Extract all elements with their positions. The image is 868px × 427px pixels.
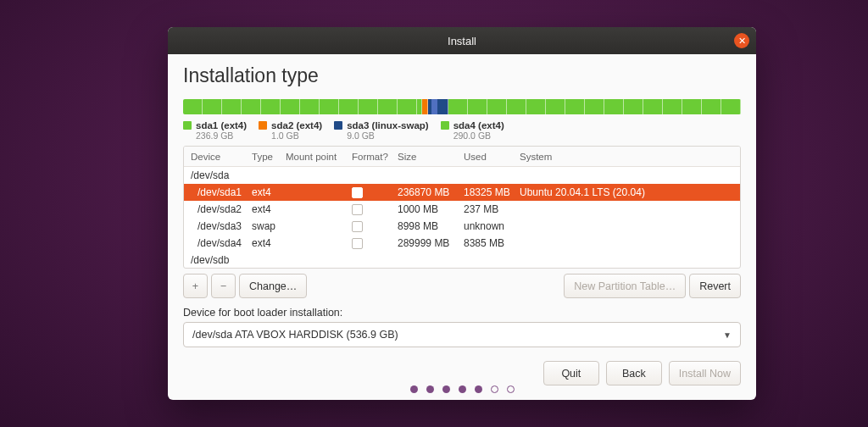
table-body: /dev/sda/dev/sda1ext4236870 MB18325 MBUb… xyxy=(184,167,740,268)
col-mount[interactable]: Mount point xyxy=(286,152,352,162)
bootloader-value: /dev/sda ATA VBOX HARDDISK (536.9 GB) xyxy=(192,329,398,341)
table-row[interactable]: /dev/sda xyxy=(184,167,740,184)
installer-window: Install ✕ Installation type sda1 (ext4)2… xyxy=(168,27,756,400)
square-icon xyxy=(259,121,267,130)
step-dot xyxy=(459,385,466,393)
table-row[interactable]: /dev/sda1ext4236870 MB18325 MBUbuntu 20.… xyxy=(184,184,740,201)
square-icon xyxy=(334,121,342,130)
step-dot xyxy=(410,385,418,393)
col-used[interactable]: Used xyxy=(464,152,520,162)
bootloader-label: Device for boot loader installation: xyxy=(183,307,741,319)
remove-partition-button[interactable]: − xyxy=(211,274,236,298)
disk-usage-bar xyxy=(183,99,741,114)
new-partition-table-button[interactable]: New Partition Table… xyxy=(564,274,686,298)
legend-item: sda1 (ext4)236.9 GB xyxy=(183,120,247,141)
change-button[interactable]: Change… xyxy=(239,274,307,298)
titlebar[interactable]: Install ✕ xyxy=(168,27,756,54)
content: Installation type sda1 (ext4)236.9 GB sd… xyxy=(168,54,756,400)
col-format[interactable]: Format? xyxy=(352,152,398,162)
format-checkbox[interactable] xyxy=(352,238,363,249)
step-dot xyxy=(491,385,498,393)
step-dot xyxy=(442,385,450,393)
chevron-down-icon: ▼ xyxy=(723,330,732,340)
step-dot xyxy=(475,385,482,393)
partition-toolbar: + − Change… New Partition Table… Revert xyxy=(183,274,741,298)
format-checkbox[interactable] xyxy=(352,221,363,232)
close-icon[interactable]: ✕ xyxy=(734,33,749,48)
footer-nav: Quit Back Install Now xyxy=(183,361,741,385)
col-type[interactable]: Type xyxy=(252,152,286,162)
legend-item: sda2 (ext4)1.0 GB xyxy=(259,120,322,141)
partition-table: Device Type Mount point Format? Size Use… xyxy=(183,146,741,269)
page-title: Installation type xyxy=(183,64,741,87)
usage-seg-sda3 xyxy=(428,99,449,114)
square-icon xyxy=(441,121,449,130)
install-now-button[interactable]: Install Now xyxy=(669,361,741,385)
table-row[interactable]: /dev/sda3swap8998 MBunknown xyxy=(184,218,740,235)
col-size[interactable]: Size xyxy=(398,152,464,162)
usage-seg-sda1 xyxy=(183,99,422,114)
square-icon xyxy=(183,121,192,130)
table-row[interactable]: /dev/sda2ext41000 MB237 MB xyxy=(184,201,740,218)
legend: sda1 (ext4)236.9 GB sda2 (ext4)1.0 GB sd… xyxy=(183,120,741,141)
table-row[interactable]: /dev/sda4ext4289999 MB8385 MB xyxy=(184,235,740,252)
col-device[interactable]: Device xyxy=(191,152,252,162)
bootloader-dropdown[interactable]: /dev/sda ATA VBOX HARDDISK (536.9 GB) ▼ xyxy=(183,322,741,347)
format-checkbox[interactable] xyxy=(352,204,363,215)
window-title: Install xyxy=(448,35,476,47)
add-partition-button[interactable]: + xyxy=(183,274,208,298)
legend-item: sda4 (ext4)290.0 GB xyxy=(441,120,504,141)
quit-button[interactable]: Quit xyxy=(543,361,599,385)
usage-seg-sda2 xyxy=(422,99,428,114)
revert-button[interactable]: Revert xyxy=(689,274,741,298)
table-header: Device Type Mount point Format? Size Use… xyxy=(184,147,740,167)
legend-item: sda3 (linux-swap)9.0 GB xyxy=(334,120,429,141)
usage-seg-sda4 xyxy=(448,99,741,114)
col-system[interactable]: System xyxy=(520,152,733,162)
back-button[interactable]: Back xyxy=(606,361,662,385)
table-row[interactable]: /dev/sdb xyxy=(184,252,740,268)
format-checkbox[interactable] xyxy=(352,187,363,198)
step-dot xyxy=(507,385,515,393)
step-pager xyxy=(168,385,756,393)
step-dot xyxy=(426,385,434,393)
